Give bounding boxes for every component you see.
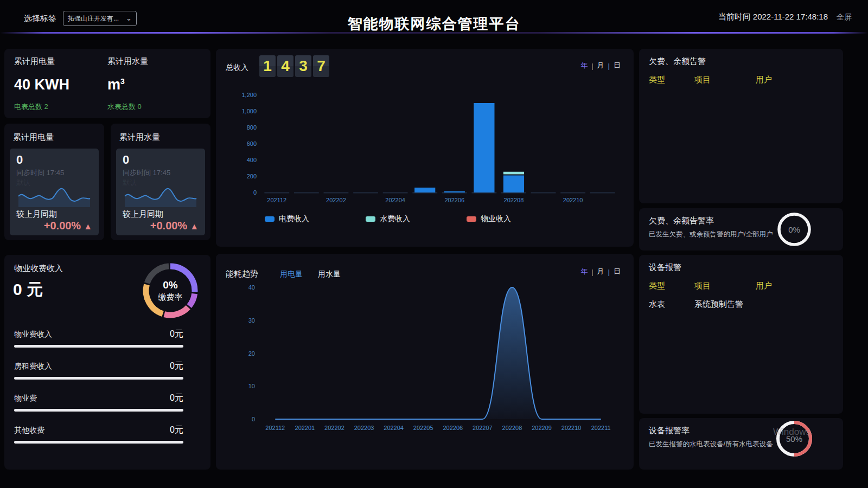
sparkline-chart [16, 184, 92, 208]
device-alarm-rate-panel: 设备报警率 已发生报警的水电表设备/所有水电表设备 50% [639, 418, 843, 470]
income-item-list: 物业费收入0元房租费收入0元物业费0元其他收费0元 [14, 329, 183, 457]
income-item-value: 0元 [170, 361, 183, 372]
legend-item[interactable]: 水费收入 [366, 214, 410, 224]
table-header-row: 类型项目用户 [649, 277, 835, 295]
income-item: 物业费0元 [14, 393, 183, 416]
income-item-label: 房租费收入 [14, 362, 52, 371]
compare-pct: +0.00% [150, 220, 187, 232]
tab-separator: | [591, 268, 593, 276]
tab-separator: | [591, 62, 593, 70]
electric-total-value: 40 KWH [14, 76, 69, 93]
income-progress-bar [14, 377, 183, 380]
column-header: 项目 [694, 281, 756, 291]
svg-text:202112: 202112 [267, 197, 286, 203]
svg-text:202201: 202201 [295, 425, 315, 431]
period-tab[interactable]: 年 [580, 61, 588, 70]
svg-text:400: 400 [247, 157, 257, 163]
table-cell: 水表 [649, 299, 694, 310]
revenue-flip-counter: 1437 [259, 55, 329, 77]
svg-text:202210: 202210 [561, 425, 582, 431]
svg-text:202211: 202211 [591, 425, 611, 431]
svg-text:202202: 202202 [326, 197, 346, 203]
legend-item[interactable]: 物业收入 [467, 214, 511, 224]
fullscreen-button[interactable]: 全屏 [837, 12, 852, 22]
arrears-alert-table: 类型项目用户 [649, 70, 835, 89]
table-header-row: 类型项目用户 [649, 70, 835, 89]
svg-text:202206: 202206 [444, 197, 464, 203]
income-progress-bar [14, 409, 183, 412]
compare-value: +0.00%▲ [16, 220, 92, 232]
total-revenue-panel: 总收入 1437 年|月|日 02004006008001,0001,20020… [216, 49, 634, 247]
table-cell: 系统预制告警 [694, 299, 756, 310]
panel-title: 欠费、余额告警率 [649, 216, 714, 226]
svg-text:202208: 202208 [504, 197, 524, 203]
svg-text:1,200: 1,200 [241, 92, 257, 98]
revenue-bar-chart: 02004006008001,0001,20020211220220220220… [221, 87, 627, 211]
income-item-row: 房租费收入0元 [14, 361, 183, 372]
period-tabs: 年|月|日 [580, 61, 621, 70]
income-item-row: 物业费收入0元 [14, 329, 183, 340]
income-progress-bar [14, 441, 183, 444]
compare-value: +0.00%▲ [123, 220, 199, 232]
water-unit: m [107, 76, 120, 93]
svg-text:800: 800 [247, 124, 257, 131]
property-income-panel: 物业收费收入 0 元 0% 缴费率 物业费收入0元房租费收入0元物业费0元其他收… [4, 255, 210, 470]
table-row: 水表系统预制告警 [649, 295, 835, 313]
payment-rate-label: 缴费率 [158, 292, 183, 303]
svg-text:200: 200 [247, 173, 257, 179]
tab-separator: | [608, 268, 610, 276]
water-meter-count: 水表总数 0 [107, 102, 148, 112]
payment-rate-donut: 0% 缴费率 [138, 258, 203, 323]
svg-text:1,000: 1,000 [241, 108, 257, 114]
arrears-rate-gauge: 0% [776, 211, 813, 248]
column-header: 类型 [649, 75, 694, 85]
income-item-row: 其他收费0元 [14, 425, 183, 436]
donut-center: 0% 缴费率 [138, 258, 203, 323]
column-header: 类型 [649, 281, 694, 291]
panel-title: 总收入 [226, 63, 248, 73]
arrears-alert-rate-panel: 欠费、余额告警率 已发生欠费、或余额告警的用户/全部用户 0% [639, 208, 843, 251]
panel-title: 设备报警 [649, 262, 681, 273]
income-item-value: 0元 [170, 425, 183, 436]
period-tab[interactable]: 月 [597, 61, 604, 70]
card-body: 0 同步时间 17:45 默认 较上月同期 +0.00%▲ [10, 149, 99, 235]
legend-swatch [366, 216, 375, 222]
svg-text:10: 10 [248, 383, 255, 389]
card-title: 累计用水量 [119, 132, 160, 143]
svg-text:202209: 202209 [532, 425, 552, 431]
svg-text:0: 0 [253, 189, 257, 196]
card-title: 累计用电量 [13, 132, 54, 143]
panel-subtitle: 已发生报警的水电表设备/所有水电表设备 [649, 440, 774, 449]
water-usage-card: 累计用水量 0 同步时间 17:45 默认 较上月同期 +0.00%▲ [111, 124, 210, 240]
period-tab[interactable]: 日 [614, 61, 621, 70]
revenue-digit: 7 [313, 55, 329, 77]
svg-text:0: 0 [252, 416, 255, 422]
water-unit-sup: 3 [120, 77, 125, 86]
energy-area-chart: 0102030402021122022012022022022032022042… [222, 275, 627, 444]
current-time: 当前时间 2022-11-22 17:48:18 [718, 12, 828, 22]
panel-subtitle: 已发生欠费、或余额告警的用户/全部用户 [649, 230, 774, 239]
svg-text:202208: 202208 [502, 425, 522, 431]
property-income-value: 0 元 [13, 279, 43, 301]
up-triangle-icon: ▲ [190, 222, 199, 231]
card-body: 0 同步时间 17:45 默认 较上月同期 +0.00%▲ [116, 149, 205, 235]
water-total-title: 累计用水量 [107, 56, 148, 67]
sync-time: 同步时间 17:45 [16, 168, 92, 178]
income-item-value: 0元 [170, 329, 183, 340]
svg-text:202202: 202202 [324, 425, 344, 431]
svg-text:40: 40 [248, 284, 255, 291]
time-value: 2022-11-22 17:48:18 [753, 12, 828, 21]
svg-text:202204: 202204 [385, 197, 405, 203]
legend-swatch [467, 216, 476, 222]
income-item-row: 物业费0元 [14, 393, 183, 404]
revenue-digit: 1 [259, 55, 276, 77]
legend-label: 物业收入 [481, 214, 511, 224]
device-alarm-rate-gauge: 50% [775, 419, 814, 458]
electric-total-title: 累计用电量 [14, 56, 69, 67]
dashboard: 选择标签 拓强山庄开发有... ⌄ 智能物联网综合管理平台 当前时间 2022-… [0, 0, 868, 488]
legend-item[interactable]: 电费收入 [265, 214, 309, 224]
device-alarm-table: 类型项目用户水表系统预制告警 [649, 277, 835, 313]
legend-label: 电费收入 [279, 214, 309, 224]
gauge-value: 50% [775, 419, 814, 458]
device-alarm-panel: 设备报警 类型项目用户水表系统预制告警 [639, 255, 843, 414]
